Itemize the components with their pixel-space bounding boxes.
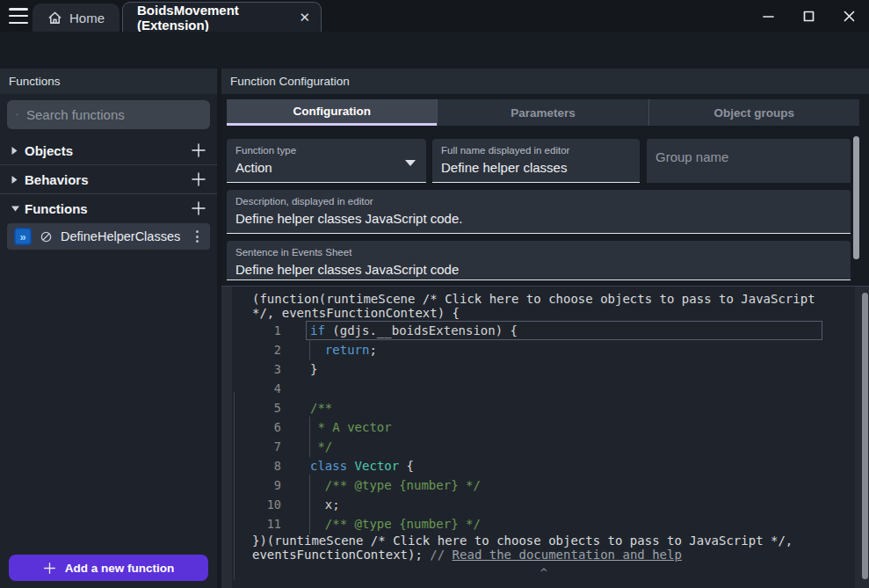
- scroll-hint-caret: ^: [531, 566, 557, 579]
- full-name-field[interactable]: Full name displayed in editor Define hel…: [432, 139, 640, 183]
- window-close-button[interactable]: [829, 0, 869, 32]
- functions-sidebar: Functions Objects Behaviors Functions: [0, 69, 217, 588]
- code-line-5[interactable]: 5/**: [221, 398, 847, 417]
- close-icon: [844, 11, 855, 22]
- line-number: 2: [221, 343, 281, 357]
- line-content: /**: [310, 401, 332, 415]
- window-maximize-button[interactable]: [788, 0, 829, 32]
- function-item-menu-button[interactable]: [192, 227, 203, 246]
- code-line-6[interactable]: 6 * A vector: [221, 417, 847, 437]
- function-type-value: Action: [235, 160, 417, 175]
- code-line-4[interactable]: 4: [221, 379, 847, 398]
- code-line-11[interactable]: 11 /** @type {number} */: [221, 514, 847, 534]
- documentation-link[interactable]: Read the documentation and help: [453, 548, 682, 562]
- field-label: Sentence in Events Sheet: [235, 247, 842, 258]
- tab-configuration[interactable]: Configuration: [227, 99, 437, 126]
- hamburger-menu-icon[interactable]: [9, 8, 28, 24]
- chevron-down-icon: [11, 205, 25, 213]
- main-title: Function Configuration: [230, 75, 350, 88]
- section-label: Objects: [25, 143, 73, 158]
- home-tab-label: Home: [69, 11, 105, 25]
- search-functions-input[interactable]: [26, 107, 201, 122]
- add-function-plus-button[interactable]: [191, 200, 206, 216]
- full-name-value: Define helper classes: [441, 160, 631, 175]
- tab-label: Parameters: [511, 106, 576, 120]
- tab-label: Configuration: [293, 105, 370, 118]
- code-scrollbar[interactable]: [862, 293, 868, 579]
- tab-object-groups[interactable]: Object groups: [648, 99, 859, 126]
- window-minimize-button[interactable]: [748, 0, 788, 32]
- home-icon: [47, 11, 62, 25]
- group-name-field[interactable]: Group name: [647, 139, 851, 183]
- line-number: 8: [221, 459, 281, 473]
- line-number: 5: [221, 401, 281, 415]
- search-box[interactable]: [7, 100, 210, 129]
- window-controls: [748, 0, 869, 32]
- line-number: 11: [221, 517, 281, 531]
- code-line-9[interactable]: 9 /** @type {number} */: [221, 475, 847, 495]
- active-tab-label: BoidsMovement (Extension): [137, 3, 290, 33]
- action-function-icon: »: [14, 228, 32, 245]
- line-content: return;: [310, 343, 377, 357]
- javascript-code-editor[interactable]: (function(runtimeScene /* Click here to …: [221, 286, 869, 588]
- line-number: 10: [221, 497, 281, 512]
- code-line-8[interactable]: 8class Vector {: [221, 456, 847, 475]
- function-item-definehelperclasses[interactable]: » DefineHelperClasses: [7, 223, 210, 250]
- function-item-label: DefineHelperClasses: [61, 229, 180, 243]
- sidebar-section-objects[interactable]: Objects: [0, 136, 217, 164]
- sidebar-section-functions[interactable]: Functions: [0, 194, 217, 222]
- line-content: class Vector {: [310, 459, 414, 473]
- line-content: }: [310, 362, 317, 376]
- group-name-placeholder: Group name: [655, 139, 842, 176]
- line-content: if (gdjs.__boidsExtension) {: [310, 323, 518, 338]
- line-content: x;: [310, 497, 340, 512]
- description-value: Define helper classes JavaScript code.: [235, 211, 842, 226]
- line-content: /** @type {number} */: [310, 517, 481, 531]
- search-icon: [16, 107, 18, 122]
- line-number: 4: [221, 381, 281, 396]
- line-number: 9: [221, 478, 281, 492]
- line-number: 7: [221, 439, 281, 454]
- sentence-field[interactable]: Sentence in Events Sheet Define helper c…: [227, 241, 851, 280]
- code-line-1[interactable]: 1if (gdjs.__boidsExtension) {: [221, 321, 847, 340]
- tab-home[interactable]: Home: [33, 4, 119, 32]
- add-new-function-button[interactable]: Add a new function: [9, 555, 208, 581]
- chevron-right-icon: [11, 175, 25, 185]
- field-label: Function type: [235, 145, 417, 156]
- line-content: /** @type {number} */: [310, 478, 481, 492]
- section-label: Behaviors: [25, 172, 89, 187]
- line-content: * A vector: [310, 420, 392, 434]
- main-header: Function Configuration: [221, 69, 869, 94]
- field-label: Description, displayed in editor: [235, 196, 842, 207]
- config-scrollbar[interactable]: [853, 136, 859, 259]
- code-line-7[interactable]: 7 */: [221, 437, 847, 456]
- field-label: Full name displayed in editor: [441, 145, 631, 156]
- function-type-select[interactable]: Function type Action: [227, 139, 426, 183]
- maximize-icon: [803, 11, 815, 22]
- code-line-10[interactable]: 10 x;: [221, 495, 847, 514]
- code-lines: 1if (gdjs.__boidsExtension) {2 return;3}…: [221, 321, 847, 534]
- toolbar: Preview Share: [0, 32, 869, 69]
- tab-close-icon[interactable]: ✕: [299, 10, 310, 25]
- private-icon: [40, 230, 53, 243]
- minimize-icon: [763, 11, 774, 22]
- sidebar-title: Functions: [9, 75, 61, 88]
- line-number: 1: [221, 323, 281, 338]
- chevron-right-icon: [11, 146, 25, 156]
- sidebar-section-behaviors[interactable]: Behaviors: [0, 165, 217, 193]
- line-number: 3: [221, 362, 281, 376]
- add-function-label: Add a new function: [65, 562, 175, 575]
- code-wrapper-footer[interactable]: })(runtimeScene /* Click here to choose …: [252, 534, 819, 562]
- add-object-button[interactable]: [191, 142, 206, 158]
- code-line-2[interactable]: 2 return;: [221, 340, 847, 359]
- sidebar-header: Functions: [0, 69, 217, 94]
- tab-parameters[interactable]: Parameters: [437, 99, 648, 126]
- add-behavior-button[interactable]: [191, 171, 206, 187]
- tab-boidsmovement[interactable]: BoidsMovement (Extension) ✕: [122, 2, 322, 32]
- code-wrapper-header[interactable]: (function(runtimeScene /* Click here to …: [252, 292, 819, 320]
- code-line-3[interactable]: 3}: [221, 359, 847, 379]
- line-content: */: [310, 439, 332, 454]
- description-field[interactable]: Description, displayed in editor Define …: [227, 190, 851, 234]
- title-bar: Home BoidsMovement (Extension) ✕: [0, 0, 869, 32]
- section-label: Functions: [25, 201, 88, 216]
